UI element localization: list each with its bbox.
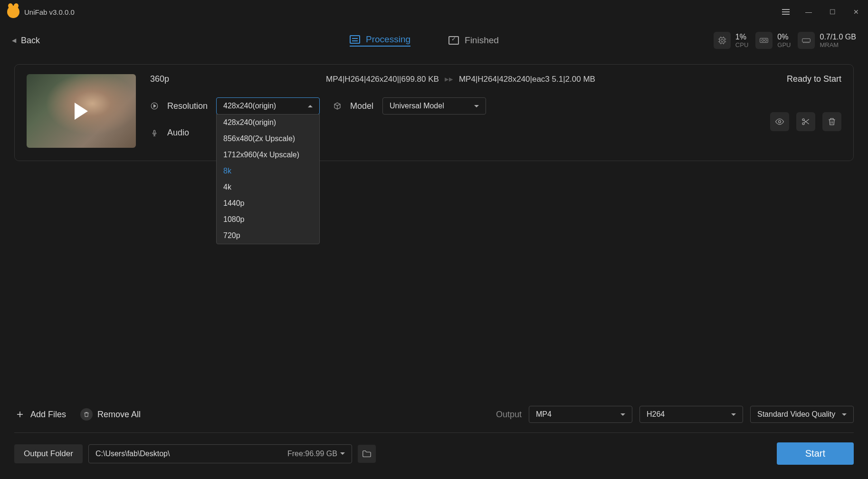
resolution-option[interactable]: 1080p — [217, 211, 319, 228]
stat-cpu: 1% CPU — [714, 32, 748, 49]
quality-select[interactable]: Standard Video Quality — [750, 406, 854, 423]
resolution-select[interactable]: 428x240(origin) 428x240(origin) 856x480(… — [216, 97, 320, 115]
output-label: Output — [496, 410, 522, 420]
arrow-icon: ▸▸ — [445, 74, 453, 84]
start-button[interactable]: Start — [777, 442, 854, 465]
format-select[interactable]: MP4 — [529, 406, 632, 423]
mram-value: 0.7/1.0 GB — [820, 33, 856, 41]
play-icon — [75, 103, 88, 120]
audio-icon — [150, 129, 159, 137]
remove-all-button[interactable]: Remove All — [80, 408, 141, 421]
scissors-icon — [801, 117, 811, 126]
cpu-label: CPU — [735, 41, 748, 48]
delete-button[interactable] — [822, 112, 841, 131]
output-path-input[interactable]: C:\Users\fab\Desktop\ Free:96.99 GB — [88, 444, 352, 463]
caret-up-icon — [308, 105, 313, 107]
bottom-area: Add Files Remove All Output MP4 H264 Sta… — [0, 406, 868, 479]
add-files-label: Add Files — [30, 410, 66, 420]
svg-point-11 — [802, 119, 804, 121]
resolution-dropdown: 428x240(origin) 856x480(2x Upscale) 1712… — [216, 114, 320, 244]
plus-icon — [14, 409, 26, 420]
stat-gpu: 0% GPU — [755, 32, 791, 49]
svg-point-1 — [721, 39, 724, 42]
task-status: Ready to Start — [787, 74, 841, 84]
maximize-button[interactable]: ☐ — [828, 8, 837, 16]
eye-icon — [775, 117, 784, 126]
toolbar: ◀ Back Processing Finished 1% CPU — [0, 24, 868, 57]
caret-down-icon — [340, 452, 345, 455]
back-label: Back — [21, 36, 40, 46]
caret-down-icon — [474, 105, 479, 107]
svg-point-12 — [802, 123, 804, 125]
finished-icon — [448, 36, 459, 45]
processing-icon — [350, 35, 360, 44]
model-label: Model — [350, 101, 374, 111]
target-info: MP4|H264|428x240|eac3 5.1|2.00 MB — [459, 75, 595, 84]
resolution-option[interactable]: 8k — [217, 163, 319, 179]
quality-value: Standard Video Quality — [757, 410, 835, 419]
stat-mram: 0.7/1.0 GB MRAM — [798, 32, 856, 49]
svg-rect-5 — [802, 38, 811, 42]
close-button[interactable]: ✕ — [851, 8, 861, 16]
source-info: MP4|H264|426x240||699.80 KB — [326, 75, 439, 84]
folder-icon — [362, 449, 372, 459]
resolution-label: Resolution — [167, 101, 208, 111]
gpu-value: 0% — [777, 33, 791, 41]
codec-select[interactable]: H264 — [639, 406, 743, 423]
model-select[interactable]: Universal Model — [382, 97, 486, 115]
tab-finished[interactable]: Finished — [448, 34, 499, 47]
browse-button[interactable] — [358, 445, 376, 463]
svg-marker-7 — [154, 105, 156, 107]
output-folder-button[interactable]: Output Folder — [14, 444, 83, 463]
path-value: C:\Users\fab\Desktop\ — [95, 450, 170, 458]
codec-value: H264 — [647, 410, 665, 419]
app-title: UniFab v3.0.0.0 — [24, 8, 75, 16]
gpu-label: GPU — [777, 41, 791, 48]
trash-icon — [827, 117, 837, 126]
cpu-icon — [714, 32, 731, 49]
cpu-value: 1% — [735, 33, 748, 41]
add-files-button[interactable]: Add Files — [14, 409, 66, 420]
tab-processing[interactable]: Processing — [350, 34, 410, 47]
trash-small-icon — [80, 408, 93, 421]
resolution-option[interactable]: 1440p — [217, 195, 319, 211]
audio-label: Audio — [167, 128, 208, 138]
svg-rect-9 — [154, 130, 155, 134]
gpu-icon — [755, 32, 773, 49]
back-caret-icon: ◀ — [12, 37, 16, 44]
main-content: 360p MP4|H264|426x240||699.80 KB ▸▸ MP4|… — [0, 57, 868, 406]
title-bar: UniFab v3.0.0.0 — ☐ ✕ — [0, 0, 868, 24]
minimize-button[interactable]: — — [804, 8, 813, 16]
task-card: 360p MP4|H264|426x240||699.80 KB ▸▸ MP4|… — [14, 64, 854, 161]
resolution-option[interactable]: 720p — [217, 228, 319, 244]
back-button[interactable]: ◀ Back — [12, 36, 40, 46]
format-value: MP4 — [536, 410, 552, 419]
svg-point-4 — [765, 39, 767, 42]
mram-label: MRAM — [820, 41, 856, 48]
svg-point-10 — [779, 121, 781, 123]
model-value: Universal Model — [390, 102, 444, 110]
free-space-value: Free:96.99 GB — [287, 450, 337, 458]
app-logo-icon — [7, 6, 19, 18]
free-space-dropdown[interactable]: Free:96.99 GB — [287, 450, 345, 458]
svg-rect-0 — [719, 38, 725, 43]
resolution-icon — [150, 102, 159, 110]
resolution-value: 428x240(origin) — [223, 102, 276, 110]
trim-button[interactable] — [796, 112, 815, 131]
remove-all-label: Remove All — [97, 410, 141, 420]
caret-down-icon — [620, 413, 625, 416]
preview-button[interactable] — [770, 112, 789, 131]
video-thumbnail[interactable] — [27, 74, 136, 148]
caret-down-icon — [731, 413, 736, 416]
caret-down-icon — [842, 413, 847, 416]
model-icon — [333, 102, 342, 110]
task-name: 360p — [150, 74, 326, 84]
resolution-option[interactable]: 428x240(origin) — [217, 115, 319, 131]
tab-finished-label: Finished — [465, 35, 499, 46]
svg-point-3 — [762, 39, 764, 42]
resolution-option[interactable]: 856x480(2x Upscale) — [217, 131, 319, 147]
resolution-option[interactable]: 1712x960(4x Upscale) — [217, 147, 319, 163]
resolution-option[interactable]: 4k — [217, 179, 319, 195]
menu-icon[interactable] — [782, 9, 790, 15]
divider — [14, 432, 854, 433]
